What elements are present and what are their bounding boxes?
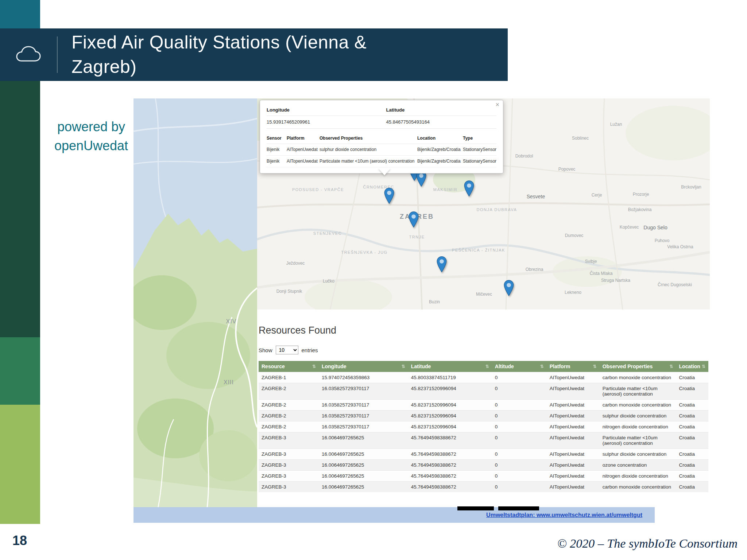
- resource-table-row[interactable]: ZAGREB-115.97407245635986345.80033874511…: [259, 372, 708, 383]
- table-cell: Particulate matter <10um (aerosol) conce…: [600, 432, 676, 449]
- umweltstadtplan-link[interactable]: Umweltstadtplan: www.umweltschutz.wien.a…: [486, 507, 642, 523]
- sort-icon: ⇅: [702, 364, 705, 369]
- slide-header: Fixed Air Quality Stations (Vienna & Zag…: [0, 28, 508, 81]
- map-marker-pin[interactable]: [384, 188, 394, 204]
- sort-icon: ⇅: [312, 364, 316, 369]
- accent-bar-light-green: [0, 405, 40, 524]
- table-cell: Croatia: [676, 372, 708, 383]
- resource-table-row[interactable]: ZAGREB-216.03582572937011745.82371520996…: [259, 421, 708, 432]
- table-cell: StationarySensor: [463, 156, 496, 167]
- resource-table-row[interactable]: ZAGREB-316.006469726562545.7649459838867…: [259, 460, 708, 471]
- map-place-label: Prozorje: [633, 192, 649, 197]
- sort-icon: ⇅: [402, 364, 405, 369]
- table-cell: 0: [492, 460, 547, 471]
- resources-column-header[interactable]: Platform⇅: [547, 361, 600, 372]
- table-cell: 0: [492, 400, 547, 411]
- table-cell: 16.0064697265625: [319, 449, 408, 460]
- resource-table-row[interactable]: ZAGREB-216.03582572937011745.82371520996…: [259, 383, 708, 400]
- table-cell: AITopenUwedat: [547, 471, 600, 482]
- table-cell: sulphur dioxide concentration: [600, 411, 676, 421]
- table-cell: 0: [492, 449, 547, 460]
- footer-link-bar: Umweltstadtplan: www.umweltschutz.wien.a…: [133, 507, 655, 523]
- table-cell: 15.974072456359863: [319, 372, 408, 383]
- popup-column-header: Observed Properties: [320, 133, 417, 144]
- popup-close-button[interactable]: ×: [495, 101, 499, 109]
- map-marker-pin[interactable]: [437, 256, 447, 272]
- map-marker-pin[interactable]: [409, 211, 419, 228]
- map-place-label: Cerje: [592, 192, 602, 198]
- table-cell: 45.76494598388672: [408, 449, 492, 460]
- table-cell: 0: [492, 421, 547, 432]
- table-cell: 16.0064697265625: [319, 460, 408, 471]
- map-place-label: Dugo Selo: [643, 225, 667, 230]
- table-cell: sulphur dioxide concentration: [600, 449, 676, 460]
- coordinates-grid: Longitude Latitude 15.93917465209961 45.…: [267, 105, 496, 129]
- entries-label: entries: [302, 347, 318, 353]
- table-cell: ZAGREB-3: [259, 471, 319, 482]
- column-header-label: Resource: [262, 363, 285, 369]
- table-cell: 45.76494598388672: [408, 432, 492, 449]
- map-marker-pin[interactable]: [504, 280, 514, 296]
- popup-sensor-row: BijenikAITopenUwedatsulphur dioxide conc…: [267, 144, 496, 156]
- vienna-district-label: XIV: [226, 318, 237, 325]
- resource-table-row[interactable]: ZAGREB-316.006469726562545.7649459838867…: [259, 471, 708, 482]
- map-place-label: Struga Nartska: [601, 278, 630, 283]
- map-place-label: DONJA DUBRAVA: [477, 207, 517, 212]
- sort-icon: ⇅: [485, 364, 489, 369]
- vienna-map-image: XIV XIII: [133, 98, 257, 519]
- show-entries-control: Show 10 entries: [259, 346, 708, 354]
- popup-column-header: Type: [463, 133, 496, 144]
- table-cell: nitrogen dioxide concentration: [600, 421, 676, 432]
- map-place-label: Dobrodol: [515, 153, 533, 159]
- table-cell: 0: [492, 383, 547, 400]
- map-place-label: Brckovljan: [681, 184, 701, 190]
- page-size-select[interactable]: 10: [276, 346, 298, 354]
- map-place-label: TREŠNJEVKA - JUG: [341, 250, 387, 254]
- table-cell: 16.0064697265625: [319, 471, 408, 482]
- table-cell: AITopenUwedat: [547, 460, 600, 471]
- map-marker-pin[interactable]: [464, 180, 474, 197]
- popup-pointer: [378, 168, 391, 175]
- map-place-label: MAKSIMIR: [433, 187, 457, 192]
- resources-column-header[interactable]: Altitude⇅: [492, 361, 547, 372]
- resources-column-header[interactable]: Resource⇅: [259, 361, 319, 372]
- map-place-label: Čista Mlaka: [590, 271, 613, 276]
- column-header-label: Observed Properties: [603, 363, 653, 369]
- zagreb-map[interactable]: × Longitude Latitude 15.93917465209961 4…: [257, 98, 710, 310]
- table-cell: AITopenUwedat: [547, 421, 600, 432]
- map-place-label: Popovec: [558, 167, 576, 172]
- table-cell: ZAGREB-3: [259, 482, 319, 493]
- table-cell: 45.80033874511719: [408, 372, 492, 383]
- table-cell: 0: [492, 372, 547, 383]
- resources-column-header[interactable]: Observed Properties⇅: [600, 361, 676, 372]
- powered-by-line-1: powered by: [48, 117, 134, 136]
- table-cell: Particulate matter <10um (aerosol) conce…: [320, 156, 417, 167]
- map-place-label: Mičevec: [476, 292, 492, 297]
- map-place-label: Ježdovec: [286, 261, 305, 266]
- map-place-label: STENJEVEC: [313, 231, 342, 236]
- page-number: 18: [12, 533, 27, 548]
- table-cell: Croatia: [676, 411, 708, 421]
- resource-table-row[interactable]: ZAGREB-216.03582572937011745.82371520996…: [259, 400, 708, 411]
- table-cell: 16.0064697265625: [319, 482, 408, 493]
- map-place-label: Buzin: [429, 299, 440, 304]
- table-cell: Bijenik: [267, 144, 287, 156]
- resource-table-row[interactable]: ZAGREB-316.006469726562545.7649459838867…: [259, 449, 708, 460]
- table-cell: 45.82371520996094: [408, 400, 492, 411]
- table-cell: Croatia: [676, 383, 708, 400]
- table-cell: AITopenUwedat: [547, 482, 600, 493]
- resources-column-header[interactable]: Location⇅: [676, 361, 708, 372]
- popup-column-header: Location: [417, 133, 463, 144]
- accent-bar-dark-green: [0, 81, 40, 337]
- resource-table-row[interactable]: ZAGREB-216.03582572937011745.82371520996…: [259, 411, 708, 421]
- resource-table-row[interactable]: ZAGREB-316.006469726562545.7649459838867…: [259, 432, 708, 449]
- column-header-label: Platform: [550, 363, 570, 369]
- table-cell: Bijenik/Zagreb/Croatia: [417, 156, 463, 167]
- resources-column-header[interactable]: Longitude⇅: [319, 361, 408, 372]
- latitude-value: 45.84677505493164: [386, 116, 496, 129]
- resource-table-row[interactable]: ZAGREB-316.006469726562545.7649459838867…: [259, 482, 708, 493]
- show-label: Show: [259, 347, 272, 353]
- resources-column-header[interactable]: Latitude⇅: [408, 361, 492, 372]
- sort-icon: ⇅: [593, 364, 597, 369]
- table-cell: Croatia: [676, 471, 708, 482]
